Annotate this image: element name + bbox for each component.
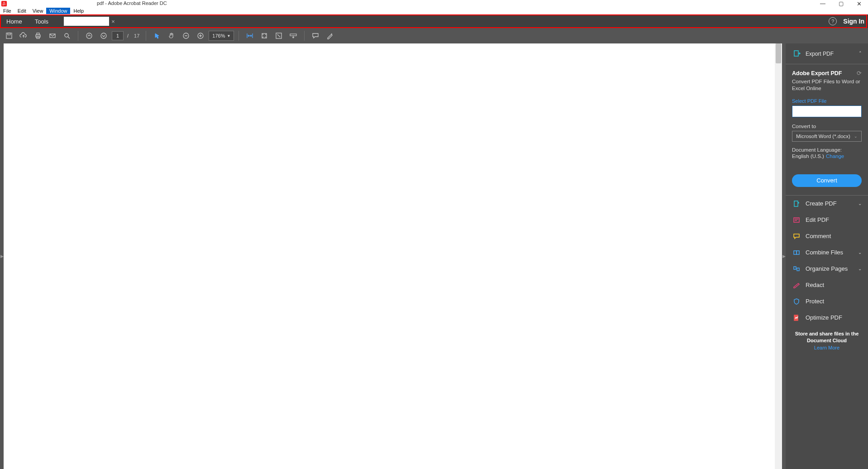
scrollbar-thumb[interactable] [776, 43, 781, 63]
tab-home[interactable]: Home [0, 14, 29, 28]
menu-edit[interactable]: Edit [14, 8, 29, 14]
fullscreen-icon[interactable] [272, 29, 285, 42]
document-language-label: Document Language: [792, 147, 862, 153]
tab-tools[interactable]: Tools [29, 14, 55, 28]
svg-rect-1 [6, 33, 12, 38]
redact-tool[interactable]: Redact [786, 277, 868, 293]
combine-files-tool[interactable]: Combine Files⌄ [786, 244, 868, 261]
chevron-down-icon: ⌄ [858, 266, 862, 271]
learn-more-link[interactable]: Learn More [786, 345, 868, 350]
create-pdf-tool[interactable]: Create PDF⌄ [786, 196, 868, 212]
page-down-icon[interactable] [97, 29, 110, 42]
window-title: pdf - Adobe Acrobat Reader DC [97, 0, 167, 6]
export-pdf-header[interactable]: Export PDF ˄ [786, 43, 868, 64]
export-pdf-body: Adobe Export PDF ⟳ Convert PDF Files to … [786, 64, 868, 196]
main-toolbar: / 17 176%▼ [0, 28, 868, 43]
svg-point-7 [65, 34, 68, 37]
svg-rect-19 [796, 251, 799, 254]
svg-rect-2 [8, 33, 10, 35]
svg-rect-4 [37, 33, 39, 35]
document-view[interactable] [4, 43, 782, 469]
toolbar-separator [304, 31, 305, 41]
sign-icon[interactable] [324, 29, 336, 42]
zoom-level-select[interactable]: 176%▼ [209, 31, 234, 41]
svg-rect-5 [37, 37, 39, 38]
export-description: Convert PDF Files to Word or Excel Onlin… [792, 78, 862, 92]
menu-file[interactable]: File [0, 8, 14, 14]
chevron-right-icon: ▶ [782, 254, 786, 258]
email-icon[interactable] [46, 29, 59, 42]
cloud-upload-icon[interactable] [17, 29, 30, 42]
tool-label: Edit PDF [806, 216, 829, 223]
create-pdf-icon [793, 200, 800, 207]
tool-label: Redact [806, 282, 824, 288]
page-up-icon[interactable] [83, 29, 95, 42]
edit-pdf-tool[interactable]: Edit PDF [786, 212, 868, 228]
maximize-button[interactable]: ▢ [832, 0, 850, 7]
svg-rect-0 [1, 1, 7, 6]
zoom-in-icon[interactable] [194, 29, 207, 42]
close-window-button[interactable]: ✕ [850, 0, 868, 7]
window-titlebar: pdf - Adobe Acrobat Reader DC — ▢ ✕ [0, 0, 868, 7]
redact-icon [793, 282, 800, 289]
selection-tool-icon[interactable] [151, 29, 163, 42]
acrobat-app-icon [1, 0, 7, 7]
sign-in-button[interactable]: Sign In [843, 18, 864, 25]
comment-icon[interactable] [309, 29, 322, 42]
save-icon[interactable] [3, 29, 15, 42]
tool-label: Organize Pages [806, 265, 848, 272]
main-area: ▶ ▶ Export PDF ˄ Adobe Export PDF ⟳ Conv… [0, 43, 868, 469]
zoom-out-icon[interactable] [180, 29, 192, 42]
convert-button[interactable]: Convert [792, 174, 862, 187]
read-mode-icon[interactable] [287, 29, 300, 42]
convert-to-select[interactable]: Microsoft Word (*.docx)⌄ [792, 131, 862, 142]
page-number-input[interactable] [112, 31, 124, 40]
optimize-pdf-icon [793, 314, 800, 321]
document-tab[interactable]: × [64, 16, 117, 26]
select-pdf-field[interactable] [792, 105, 862, 117]
menu-view[interactable]: View [29, 8, 47, 14]
close-tab-icon[interactable]: × [109, 18, 117, 25]
tool-label: Combine Files [806, 249, 843, 256]
menu-window[interactable]: Window [46, 8, 70, 14]
toolbar-separator [238, 31, 239, 41]
combine-files-icon [793, 249, 800, 256]
svg-rect-20 [794, 267, 796, 269]
minimize-button[interactable]: — [814, 0, 832, 7]
convert-to-label: Convert to [792, 124, 862, 129]
document-tab-label [64, 17, 109, 26]
chevron-down-icon: ⌄ [854, 134, 858, 139]
svg-rect-16 [794, 201, 798, 206]
svg-rect-14 [290, 34, 296, 36]
chevron-down-icon: ▼ [227, 34, 230, 38]
tab-bar: Home Tools × ? Sign In [0, 14, 868, 28]
cloud-icon[interactable]: ⟳ [857, 70, 862, 77]
tool-label: Comment [806, 233, 831, 239]
fit-width-icon[interactable] [243, 29, 256, 42]
print-icon[interactable] [32, 29, 44, 42]
zoom-value: 176% [212, 33, 225, 38]
export-pdf-icon [793, 50, 801, 58]
page-separator: / [127, 33, 129, 38]
svg-rect-18 [794, 251, 796, 254]
chevron-right-icon: ▶ [0, 254, 4, 258]
search-icon[interactable] [61, 29, 73, 42]
help-icon[interactable]: ? [829, 17, 837, 25]
organize-pages-tool[interactable]: Organize Pages⌄ [786, 261, 868, 277]
fit-page-icon[interactable] [258, 29, 271, 42]
toolbar-separator [78, 31, 78, 41]
tools-panel: Export PDF ˄ Adobe Export PDF ⟳ Convert … [786, 43, 868, 469]
left-panel-toggle[interactable]: ▶ [0, 43, 4, 469]
tool-label: Optimize PDF [806, 314, 842, 321]
comment-tool-icon [793, 233, 800, 240]
right-panel-toggle[interactable]: ▶ [782, 43, 786, 469]
change-language-link[interactable]: Change [826, 153, 844, 159]
convert-to-value: Microsoft Word (*.docx) [796, 134, 850, 139]
hand-tool-icon[interactable] [165, 29, 178, 42]
protect-tool[interactable]: Protect [786, 293, 868, 310]
optimize-pdf-tool[interactable]: Optimize PDF [786, 310, 868, 326]
select-pdf-label: Select PDF File [792, 98, 862, 104]
comment-tool[interactable]: Comment [786, 228, 868, 244]
menu-help[interactable]: Help [70, 8, 87, 14]
vertical-scrollbar[interactable] [775, 43, 782, 469]
